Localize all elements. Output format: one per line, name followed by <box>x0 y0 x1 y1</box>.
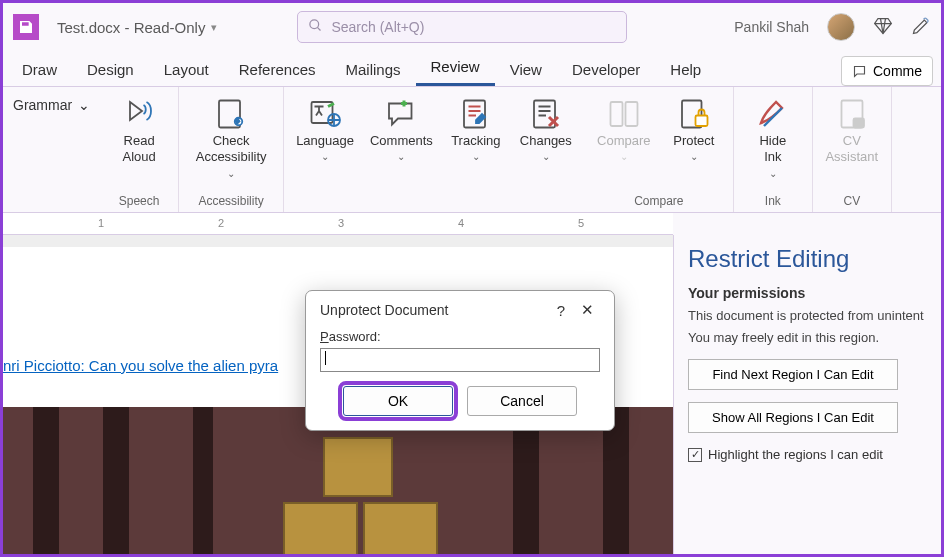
svg-rect-11 <box>695 116 707 127</box>
read-aloud-icon <box>121 95 157 133</box>
tab-layout[interactable]: Layout <box>149 53 224 86</box>
tab-draw[interactable]: Draw <box>7 53 72 86</box>
dialog-title: Unprotect Document <box>320 302 448 318</box>
group-label-compare: Compare <box>634 192 683 210</box>
search-box[interactable]: Search (Alt+Q) <box>297 11 627 43</box>
ink-icon <box>755 95 791 133</box>
highlight-regions-checkbox[interactable]: ✓ Highlight the regions I can edit <box>688 447 927 462</box>
permissions-text-2: You may freely edit in this region. <box>688 329 927 347</box>
changes-button[interactable]: Changes ⌄ <box>511 91 581 166</box>
svg-rect-8 <box>610 102 622 126</box>
chevron-down-icon: ⌄ <box>78 97 90 113</box>
comments-label: Comme <box>873 63 922 79</box>
tab-view[interactable]: View <box>495 53 557 86</box>
dialog-help-button[interactable]: ? <box>548 302 574 319</box>
svg-point-0 <box>310 19 319 28</box>
pen-mode-icon[interactable] <box>911 16 931 39</box>
document-title: Test.docx - Read-Only <box>57 19 205 36</box>
accessibility-icon <box>213 95 249 133</box>
diamond-icon[interactable] <box>873 16 893 39</box>
dialog-close-button[interactable]: ✕ <box>574 301 600 319</box>
unprotect-document-dialog: Unprotect Document ? ✕ Password: OK Canc… <box>305 290 615 431</box>
chevron-down-icon: ⌄ <box>227 168 235 179</box>
tab-mailings[interactable]: Mailings <box>330 53 415 86</box>
group-label-cv: CV <box>843 192 860 210</box>
check-accessibility-button[interactable]: CheckAccessibility ⌄ <box>183 91 279 183</box>
restrict-editing-pane: Restrict Editing Your permissions This d… <box>673 235 941 557</box>
cv-icon <box>834 95 870 133</box>
app-save-icon[interactable] <box>13 14 39 40</box>
chevron-down-icon: ⌄ <box>769 168 777 179</box>
svg-line-1 <box>318 27 321 30</box>
tracking-button[interactable]: Tracking ⌄ <box>441 91 511 166</box>
chevron-down-icon[interactable]: ▾ <box>211 21 217 34</box>
comments-group-button[interactable]: Comments ⌄ <box>362 91 441 166</box>
user-avatar[interactable] <box>827 13 855 41</box>
show-all-regions-button[interactable]: Show All Regions I Can Edit <box>688 402 898 433</box>
permissions-heading: Your permissions <box>688 285 927 301</box>
tab-review[interactable]: Review <box>416 50 495 86</box>
tracking-icon <box>458 95 494 133</box>
language-button[interactable]: Language ⌄ <box>288 91 362 166</box>
ribbon-tabs: Draw Design Layout References Mailings R… <box>3 51 941 87</box>
password-label: Password: <box>320 329 600 344</box>
protect-icon <box>676 95 712 133</box>
chevron-down-icon: ⌄ <box>321 151 329 162</box>
chevron-down-icon: ⌄ <box>472 151 480 162</box>
ruler[interactable]: 1 2 3 4 5 <box>3 213 673 235</box>
grammar-button[interactable]: Grammar ⌄ <box>7 91 96 119</box>
user-name[interactable]: Pankil Shah <box>734 19 809 35</box>
title-bar: Test.docx - Read-Only ▾ Search (Alt+Q) P… <box>3 3 941 51</box>
ok-button[interactable]: OK <box>343 386 453 416</box>
chevron-down-icon: ⌄ <box>690 151 698 162</box>
compare-button: Compare ⌄ <box>589 91 659 166</box>
svg-rect-13 <box>853 119 864 128</box>
svg-rect-9 <box>625 102 637 126</box>
tab-help[interactable]: Help <box>655 53 716 86</box>
read-aloud-button[interactable]: ReadAloud <box>104 91 174 170</box>
permissions-text-1: This document is protected from unintent <box>688 307 927 325</box>
tab-design[interactable]: Design <box>72 53 149 86</box>
group-label-accessibility: Accessibility <box>198 192 263 210</box>
chevron-down-icon: ⌄ <box>620 151 628 162</box>
changes-icon <box>528 95 564 133</box>
cancel-button[interactable]: Cancel <box>467 386 577 416</box>
checkbox-icon: ✓ <box>688 448 702 462</box>
find-next-region-button[interactable]: Find Next Region I Can Edit <box>688 359 898 390</box>
document-hyperlink[interactable]: nri Picciotto: Can you solve the alien p… <box>3 357 278 374</box>
group-label-speech: Speech <box>119 192 160 210</box>
comment-icon <box>383 95 419 133</box>
ribbon: Grammar ⌄ ReadAloud Speech CheckAccessib… <box>3 87 941 213</box>
comments-button[interactable]: Comme <box>841 56 933 86</box>
search-icon <box>308 18 323 37</box>
password-input[interactable] <box>320 348 600 372</box>
hide-ink-button[interactable]: HideInk ⌄ <box>738 91 808 183</box>
chevron-down-icon: ⌄ <box>542 151 550 162</box>
search-placeholder: Search (Alt+Q) <box>331 19 424 35</box>
cv-assistant-button: CVAssistant <box>817 91 887 170</box>
tab-developer[interactable]: Developer <box>557 53 655 86</box>
language-icon <box>307 95 343 133</box>
compare-icon <box>606 95 642 133</box>
protect-button[interactable]: Protect ⌄ <box>659 91 729 166</box>
group-label-ink: Ink <box>765 192 781 210</box>
chevron-down-icon: ⌄ <box>397 151 405 162</box>
tab-references[interactable]: References <box>224 53 331 86</box>
pane-title: Restrict Editing <box>688 245 927 273</box>
